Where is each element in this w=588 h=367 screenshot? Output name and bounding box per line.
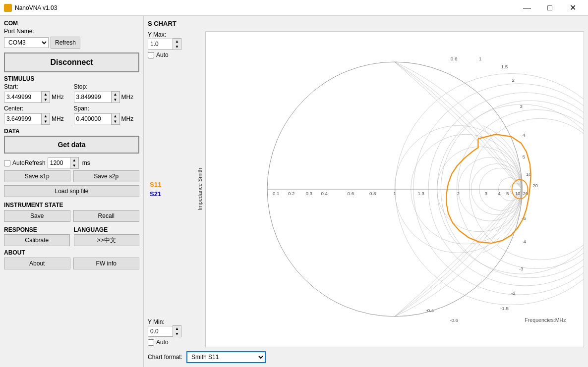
svg-text:-4: -4 — [522, 239, 526, 244]
freq-label: Frequencies:MHz — [525, 317, 566, 323]
y-max-spin-down[interactable]: ▼ — [173, 44, 181, 50]
svg-text:20: 20 — [532, 183, 538, 188]
y-min-spin: ▲ ▼ — [173, 325, 181, 337]
chart-bottom: Chart format: Smith S11 Smith S21 Polar … — [148, 351, 584, 363]
port-select[interactable]: COM3 — [4, 37, 49, 48]
y-min-input-wrap: ▲ ▼ — [148, 325, 192, 337]
recall-button[interactable]: Recall — [73, 210, 140, 222]
close-button[interactable]: ✕ — [561, 0, 584, 16]
svg-text:3: 3 — [485, 191, 487, 196]
y-min-spin-up[interactable]: ▲ — [173, 326, 181, 331]
start-spin-up[interactable]: ▲ — [42, 92, 50, 97]
autorefresh-unit: ms — [82, 159, 90, 166]
svg-text:1: 1 — [393, 191, 396, 196]
center-spin-up[interactable]: ▲ — [42, 113, 50, 119]
stop-item: Stop: ▲ ▼ MHz — [74, 83, 140, 103]
instrument-label: INSTRUMENT STATE — [4, 202, 139, 209]
instrument-buttons: Save Recall — [4, 210, 139, 222]
stop-spin-up[interactable]: ▲ — [112, 92, 119, 97]
svg-text:0.3: 0.3 — [305, 191, 312, 196]
center-row: ▲ ▼ MHz — [4, 113, 70, 125]
svg-text:10: 10 — [515, 191, 521, 196]
y-max-input[interactable] — [148, 39, 173, 50]
span-spin-up[interactable]: ▲ — [112, 113, 119, 119]
start-spin-down[interactable]: ▼ — [42, 97, 50, 103]
svg-text:4: 4 — [498, 191, 501, 196]
instrument-save-button[interactable]: Save — [4, 210, 70, 222]
language-label: LANGUAGE — [74, 226, 140, 233]
chart-title: S CHART — [148, 20, 584, 27]
title-bar-title: NanoVNA v1.03 — [15, 4, 516, 11]
about-section-label: ABOUT — [4, 249, 139, 256]
get-data-button[interactable]: Get data — [4, 136, 139, 154]
autorefresh-spin-down[interactable]: ▼ — [70, 163, 78, 168]
svg-text:-0.4: -0.4 — [425, 308, 434, 313]
span-spin-down[interactable]: ▼ — [112, 119, 119, 124]
stop-spin: ▲ ▼ — [111, 91, 120, 103]
y-max-auto-checkbox[interactable] — [148, 52, 154, 58]
svg-text:1.5: 1.5 — [501, 64, 508, 69]
stop-input[interactable] — [74, 92, 111, 103]
autorefresh-row: AutoRefresh ▲ ▼ ms — [4, 157, 139, 169]
start-input-wrap: ▲ ▼ — [4, 91, 50, 103]
start-unit: MHz — [52, 94, 64, 101]
y-min-spin-down[interactable]: ▼ — [173, 331, 181, 337]
svg-text:-2: -2 — [511, 290, 516, 296]
autorefresh-input-wrap: ▲ ▼ — [48, 157, 79, 169]
stop-spin-down[interactable]: ▼ — [112, 97, 119, 103]
stimulus-section: STIMULUS Start: ▲ ▼ MHz — [4, 75, 139, 125]
y-max-spin-up[interactable]: ▲ — [173, 39, 181, 44]
port-controls: COM3 Refresh — [4, 37, 139, 49]
com-section: COM Port Name: COM3 Refresh Disconnect — [4, 20, 139, 72]
svg-text:-0.6: -0.6 — [450, 317, 458, 323]
span-input[interactable] — [74, 113, 111, 124]
center-unit: MHz — [52, 115, 64, 122]
title-bar: NanoVNA v1.03 — □ ✕ — [0, 0, 588, 16]
svg-text:3: 3 — [520, 104, 522, 109]
response-label: RESPONSE — [4, 226, 70, 233]
fw-info-button[interactable]: FW info — [73, 258, 140, 269]
svg-text:5: 5 — [523, 154, 525, 159]
svg-text:0.6: 0.6 — [451, 56, 458, 61]
left-panel: COM Port Name: COM3 Refresh Disconnect S… — [0, 16, 144, 367]
y-min-auto-row: Auto — [148, 339, 192, 346]
center-input[interactable] — [4, 113, 41, 124]
smith-chart-container[interactable]: 0.6 1 1.5 2 3 4 5 10 20 0.1 0.2 — [205, 31, 584, 347]
y-max-spin: ▲ ▼ — [173, 38, 181, 50]
about-button[interactable]: About — [4, 258, 70, 269]
svg-text:0.6: 0.6 — [348, 191, 354, 196]
refresh-button[interactable]: Refresh — [51, 37, 80, 49]
y-min-auto-checkbox[interactable] — [148, 339, 154, 346]
maximize-button[interactable]: □ — [538, 0, 561, 16]
span-label: Span: — [74, 105, 140, 112]
chart-format-label: Chart format: — [148, 354, 182, 361]
com-label: COM — [4, 20, 139, 27]
y-max-auto-row: Auto — [148, 52, 192, 58]
chinese-button[interactable]: >>中文 — [74, 234, 140, 246]
autorefresh-label: AutoRefresh — [12, 159, 46, 166]
save-s1p-button[interactable]: Save s1p — [4, 170, 70, 182]
about-section: ABOUT About FW info — [4, 249, 139, 271]
y-max-row: Y Max: — [148, 31, 192, 38]
span-row: ▲ ▼ MHz — [74, 113, 140, 125]
autorefresh-checkbox[interactable] — [4, 160, 10, 166]
load-snp-button[interactable]: Load snp file — [4, 185, 139, 197]
disconnect-button[interactable]: Disconnect — [4, 52, 139, 72]
autorefresh-spin-up[interactable]: ▲ — [70, 157, 78, 163]
calibrate-button[interactable]: Calibrate — [4, 234, 70, 246]
span-item: Span: ▲ ▼ MHz — [74, 105, 140, 125]
right-panel: S CHART Y Max: ▲ ▼ — [144, 16, 588, 367]
y-min-input[interactable] — [148, 326, 173, 337]
center-spin-down[interactable]: ▼ — [42, 119, 50, 124]
start-input[interactable] — [4, 92, 41, 103]
port-label: Port Name: — [4, 28, 34, 35]
response-section: RESPONSE Calibrate — [4, 226, 70, 246]
autorefresh-input[interactable] — [48, 157, 70, 168]
save-s2p-button[interactable]: Save s2p — [73, 170, 140, 182]
minimize-button[interactable]: — — [516, 0, 538, 16]
y-max-controls: Y Max: ▲ ▼ Auto — [148, 31, 192, 60]
y-max-auto-label: Auto — [156, 52, 169, 58]
chart-format-select[interactable]: Smith S11 Smith S21 Polar S11 Polar S21 … — [186, 351, 266, 363]
port-row: Port Name: — [4, 28, 139, 35]
start-label: Start: — [4, 83, 70, 90]
